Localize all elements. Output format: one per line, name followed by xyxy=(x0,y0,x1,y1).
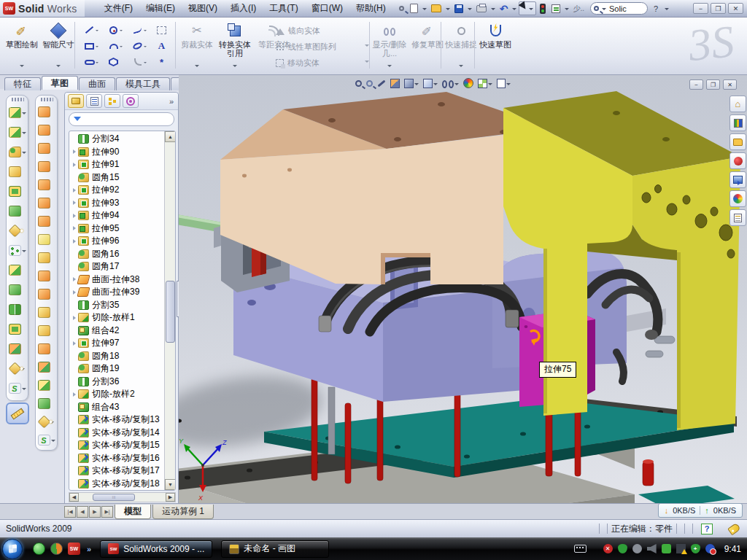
quick-launch-icon[interactable] xyxy=(50,542,63,555)
model-top-clamp-plate[interactable] xyxy=(220,92,552,284)
save-icon[interactable] xyxy=(452,1,465,16)
arc-tool-icon[interactable] xyxy=(107,40,121,52)
feature-tool-button[interactable] xyxy=(7,122,28,142)
doc-minimize-button[interactable]: − xyxy=(689,79,703,90)
feature-tree-item[interactable]: 拉伸90 xyxy=(69,146,164,159)
mold-tool-button[interactable] xyxy=(36,139,57,158)
command-tab[interactable]: 模具工具 xyxy=(116,77,170,90)
appearances-tab[interactable] xyxy=(729,171,746,188)
feature-tree-item[interactable]: 拉伸94 xyxy=(69,209,164,222)
feature-tree-item[interactable]: 圆角19 xyxy=(69,362,164,376)
hscrollbar-thumb[interactable]: ⁞⁞⁞ xyxy=(93,494,135,501)
feature-tree-item[interactable]: 曲面-拉伸39 xyxy=(69,286,164,299)
feature-tool-button[interactable] xyxy=(7,182,28,201)
select-tool[interactable] xyxy=(519,1,536,15)
mold-tool-button[interactable] xyxy=(36,322,57,340)
phone-sync-icon[interactable] xyxy=(662,544,671,553)
feature-tool-button[interactable] xyxy=(7,378,28,398)
feature-tree-item[interactable]: 拉伸97 xyxy=(69,337,164,350)
display-style-icon[interactable] xyxy=(423,79,438,88)
feature-tree-item[interactable]: 实体-移动/复制14 xyxy=(69,427,164,440)
expand-arrow-icon[interactable] xyxy=(73,277,77,281)
feature-tree-item[interactable]: 拉伸95 xyxy=(69,222,164,236)
feature-tree-item[interactable]: 分割34 xyxy=(69,133,164,146)
feature-tree-item[interactable]: 拉伸92 xyxy=(69,184,164,197)
feature-tree-item[interactable]: 圆角15 xyxy=(69,171,164,184)
search-dropdown-icon[interactable] xyxy=(602,8,606,12)
undo-icon[interactable]: ↶ xyxy=(498,1,511,16)
appearances-icon[interactable] xyxy=(463,78,473,88)
text-tool-icon[interactable]: A xyxy=(155,40,169,52)
minimize-button[interactable]: − xyxy=(693,3,708,14)
command-tab[interactable]: 草图 xyxy=(42,76,78,90)
feature-tree-item[interactable]: 圆角18 xyxy=(69,350,164,363)
zoom-area-icon[interactable] xyxy=(366,80,373,87)
section-view-icon[interactable] xyxy=(390,79,400,88)
feature-tree-item[interactable]: 实体-移动/复制13 xyxy=(69,413,164,427)
menu-item[interactable]: 帮助(H) xyxy=(349,0,392,18)
prev-tab-icon[interactable]: ◀ xyxy=(77,506,88,518)
feature-tree-item[interactable]: 拉伸91 xyxy=(69,158,164,171)
mold-tool-button[interactable] xyxy=(36,176,57,194)
document-tab[interactable]: 运动算例 1 xyxy=(152,505,214,519)
feature-tree-item[interactable]: 圆角16 xyxy=(69,248,164,261)
scroll-right-icon[interactable]: ▶ xyxy=(166,493,175,502)
search-input[interactable] xyxy=(609,4,641,13)
taskbar-clock[interactable]: 9:41 xyxy=(724,544,741,554)
options-icon[interactable] xyxy=(549,1,562,16)
feature-tool-button[interactable] xyxy=(7,201,28,221)
feature-tree-item[interactable]: 切除-放样2 xyxy=(69,388,164,401)
measure-button-pressed[interactable] xyxy=(6,402,29,424)
resources-tab[interactable]: ⌂ xyxy=(729,96,746,112)
close-button[interactable]: ✕ xyxy=(728,3,743,14)
feature-tree-item[interactable]: 组合43 xyxy=(69,401,164,414)
tag-icon[interactable] xyxy=(727,522,741,535)
mold-tool-button[interactable] xyxy=(36,194,57,212)
sketch-fillet-icon[interactable] xyxy=(131,56,145,68)
expand-arrow-icon[interactable] xyxy=(73,341,77,346)
doc-close-button[interactable]: ✕ xyxy=(723,79,737,90)
quick-launch-more-icon[interactable]: » xyxy=(87,545,91,553)
feature-tool-button[interactable] xyxy=(7,260,28,280)
configuration-manager-tab[interactable] xyxy=(104,94,120,108)
menu-item[interactable]: 窗口(W) xyxy=(305,0,349,18)
open-icon[interactable] xyxy=(429,1,444,16)
feature-tool-button[interactable] xyxy=(7,142,28,162)
mold-tool-button[interactable] xyxy=(36,394,57,413)
feature-tree-item[interactable]: 分割36 xyxy=(69,376,164,389)
mold-tool-button[interactable] xyxy=(36,376,57,394)
menu-item[interactable]: 工具(T) xyxy=(263,0,304,18)
convert-entities-button[interactable]: 转换实体引用 xyxy=(217,20,252,71)
feature-tool-button[interactable] xyxy=(7,221,28,241)
feature-tool-button[interactable] xyxy=(7,241,28,260)
tree-filter-box[interactable] xyxy=(69,112,174,126)
3d-model-canvas[interactable]: Y Z X xyxy=(179,75,747,503)
next-tab-icon[interactable]: ▶ xyxy=(89,506,101,518)
taskbar-window-paint[interactable]: 未命名 - 画图 xyxy=(221,540,329,558)
linear-pattern-button[interactable]: 线性草图阵列 xyxy=(276,39,369,54)
feature-tree-item[interactable]: 实体-移动/复制17 xyxy=(69,464,164,478)
featuremanager-tree-tab[interactable] xyxy=(68,94,84,108)
new-document-icon[interactable] xyxy=(408,1,420,16)
expand-arrow-icon[interactable] xyxy=(73,226,77,230)
safety-monitor-icon[interactable] xyxy=(705,544,715,553)
slot-tool-icon[interactable] xyxy=(82,56,97,68)
feature-tool-button[interactable] xyxy=(7,300,28,319)
feature-tool-button[interactable] xyxy=(7,319,28,339)
feature-tree-item[interactable]: 圆角17 xyxy=(69,260,164,273)
doc-restore-button[interactable]: ❐ xyxy=(706,79,720,90)
expand-arrow-icon[interactable] xyxy=(73,316,77,320)
feature-tool-button[interactable] xyxy=(7,339,28,359)
feature-tree-item[interactable]: 实体-移动/复制16 xyxy=(69,452,164,465)
point-tool-icon[interactable]: * xyxy=(155,56,169,68)
last-tab-icon[interactable]: ▶| xyxy=(101,506,113,518)
view-palette-tab[interactable] xyxy=(729,152,746,169)
selection-filter-icon[interactable] xyxy=(538,1,548,16)
scenes-icon[interactable] xyxy=(478,79,492,88)
sketch-button[interactable]: ✎ 草图绘制 xyxy=(4,20,39,71)
mold-tool-button[interactable] xyxy=(36,413,57,431)
ellipse-tool-icon[interactable] xyxy=(131,40,145,52)
view-orientation-icon[interactable] xyxy=(404,79,419,88)
tree-vertical-scrollbar[interactable]: ▲ ▼ xyxy=(164,131,175,490)
messenger-icon[interactable] xyxy=(33,542,45,555)
